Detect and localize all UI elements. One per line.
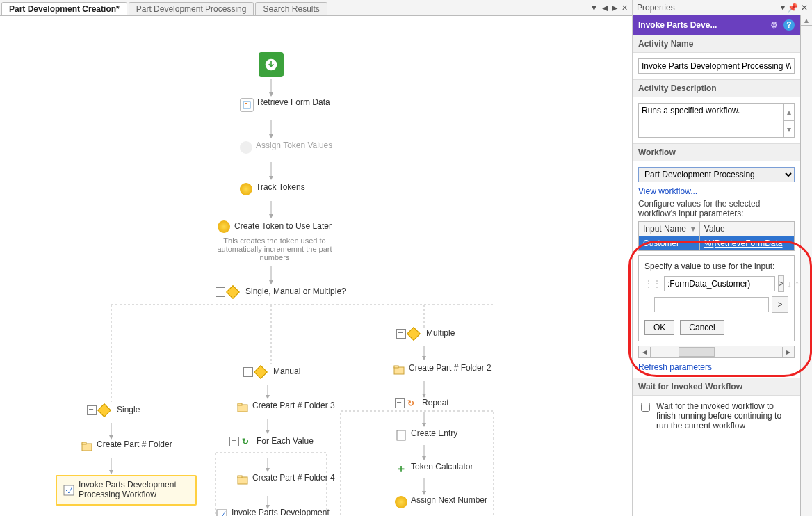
- scroll-right-icon[interactable]: ▸: [782, 347, 794, 357]
- node-assign-token[interactable]: Assign Token Values: [256, 141, 332, 151]
- node-multiple[interactable]: Multiple: [426, 329, 455, 339]
- node-create-token-desc: This creates the token used to automatic…: [216, 236, 334, 261]
- node-retrieve-form[interactable]: Retrieve Form Data: [257, 98, 330, 108]
- params-h-scrollbar[interactable]: ◂ ▸: [638, 346, 795, 358]
- node-for-each[interactable]: For Each Value: [257, 437, 314, 446]
- node-track-tokens[interactable]: Track Tokens: [256, 183, 305, 193]
- track-tokens-icon: [240, 183, 252, 195]
- invoke-icon-2: [216, 508, 228, 516]
- tab-menu-icon[interactable]: ▼: [590, 3, 598, 12]
- assign-next-icon: [395, 496, 407, 508]
- workflow-header: Workflow: [633, 144, 800, 161]
- decision-badges: [216, 287, 238, 297]
- grip-icon[interactable]: ⋮⋮: [644, 279, 661, 289]
- scroll-thumb[interactable]: [679, 347, 715, 357]
- workflow-select[interactable]: Part Development Processing: [638, 167, 795, 182]
- activity-desc-input[interactable]: Runs a specified workflow.: [638, 103, 784, 138]
- node-create-token[interactable]: Create Token to Use Later: [234, 222, 332, 232]
- panel-close-icon[interactable]: ✕: [801, 3, 808, 13]
- scroll-left-icon[interactable]: ◂: [639, 347, 651, 357]
- start-icon[interactable]: [259, 52, 284, 77]
- arrow-up-icon: ↑: [795, 278, 799, 289]
- foreach-icon: ↻: [242, 437, 249, 446]
- plus-icon: ＋: [395, 462, 407, 475]
- value-editor-popup: Specify a value to use for the input: ⋮⋮…: [638, 255, 795, 341]
- view-workflow-link[interactable]: View workflow...: [638, 186, 697, 196]
- desc-scroll-down-icon[interactable]: ▾: [784, 121, 795, 138]
- svg-rect-24: [245, 103, 247, 104]
- svg-rect-26: [394, 366, 398, 368]
- node-create-part-folder[interactable]: Create Part # Folder: [97, 440, 172, 450]
- properties-panel: Properties ▾ 📌 ✕ Invoke Parts Deve... ⚙ …: [633, 0, 812, 516]
- folder-icon-4: [236, 474, 249, 486]
- activity-name-header: Activity Name: [633, 35, 800, 53]
- input-value-2[interactable]: [654, 297, 769, 312]
- form-icon: [240, 98, 254, 112]
- input-params-table: Input Name▾ Value Customer %(RetrieveFor…: [638, 221, 795, 251]
- param-row-customer[interactable]: Customer %(RetrieveFormData: [639, 236, 795, 251]
- tab-close-icon[interactable]: ✕: [622, 3, 628, 13]
- folder-icon-1: [81, 440, 93, 453]
- refresh-params-link[interactable]: Refresh parameters: [638, 362, 712, 372]
- node-single[interactable]: Single: [117, 405, 140, 415]
- tab-bar: Part Development Creation* Part Developm…: [0, 0, 632, 16]
- insert-token-button-1[interactable]: >: [778, 275, 784, 292]
- arrow-down-icon: ↓: [787, 278, 792, 289]
- svg-rect-32: [217, 510, 227, 516]
- tab-search-results[interactable]: Search Results: [255, 2, 327, 15]
- svg-rect-29: [238, 403, 242, 405]
- node-create-entry[interactable]: Create Entry: [411, 429, 457, 439]
- properties-title: Properties: [637, 3, 675, 13]
- wait-checkbox[interactable]: [641, 403, 650, 412]
- node-invoke[interactable]: Invoke Parts Development Processing Work…: [79, 481, 190, 500]
- create-token-icon: [218, 220, 230, 233]
- input-value-1[interactable]: [664, 276, 775, 291]
- cancel-button[interactable]: Cancel: [680, 320, 724, 335]
- activity-name-input[interactable]: [638, 58, 795, 74]
- repeat-icon: ↻: [407, 398, 414, 408]
- panel-menu-icon[interactable]: ▾: [781, 3, 785, 13]
- collapse-icon[interactable]: [395, 398, 405, 408]
- svg-rect-31: [238, 476, 242, 478]
- panel-pin-icon[interactable]: 📌: [788, 3, 798, 13]
- properties-v-scrollbar[interactable]: ▴: [800, 15, 812, 516]
- ok-button[interactable]: OK: [644, 320, 674, 335]
- multiple-badges: [396, 329, 419, 339]
- col-value[interactable]: Value: [699, 222, 794, 236]
- svg-rect-23: [243, 102, 250, 108]
- desc-scroll-up-icon[interactable]: ▴: [784, 103, 795, 121]
- col-input-name[interactable]: Input Name▾: [639, 222, 700, 236]
- insert-token-button-2[interactable]: >: [772, 296, 788, 313]
- activity-desc-header: Activity Description: [633, 80, 800, 97]
- folder-icon: [393, 364, 405, 376]
- tab-part-dev-creation[interactable]: Part Development Creation*: [1, 2, 127, 15]
- tab-prev-icon[interactable]: ◀: [602, 3, 608, 13]
- manual-badges: [243, 367, 266, 377]
- folder-icon-3: [236, 401, 249, 414]
- tab-next-icon[interactable]: ▶: [612, 3, 617, 13]
- node-invoke-2[interactable]: Invoke Parts Development Processing Work…: [232, 508, 343, 516]
- single-badges: [87, 405, 109, 415]
- tab-part-dev-processing[interactable]: Part Development Processing: [129, 2, 254, 15]
- activity-title: Invoke Parts Deve...: [638, 20, 717, 30]
- node-create-part-folder4[interactable]: Create Part # Folder 4: [252, 474, 335, 483]
- invoke-icon: [63, 484, 75, 497]
- collapse-icon-2[interactable]: [229, 437, 239, 446]
- config-note: Configure values for the selected workfl…: [638, 199, 795, 218]
- node-repeat[interactable]: Repeat: [422, 398, 449, 408]
- help-icon[interactable]: ?: [783, 19, 795, 31]
- popup-label: Specify a value to use for the input:: [644, 261, 788, 271]
- svg-rect-34: [82, 442, 86, 444]
- entry-icon: [395, 429, 407, 442]
- node-create-part-folder3[interactable]: Create Part # Folder 3: [252, 401, 335, 411]
- node-create-part-folder2[interactable]: Create Part # Folder 2: [409, 364, 492, 373]
- workflow-canvas[interactable]: Retrieve Form Data Assign Token Values T…: [0, 16, 632, 516]
- wait-label: Wait for the invoked workflow to finish …: [656, 401, 795, 430]
- svg-rect-27: [397, 430, 405, 440]
- assign-token-icon: [240, 141, 252, 154]
- node-token-calc[interactable]: Token Calculator: [411, 462, 473, 472]
- node-decision[interactable]: Single, Manual or Multiple?: [245, 287, 346, 297]
- gear-icon[interactable]: ⚙: [768, 19, 779, 31]
- node-assign-next[interactable]: Assign Next Number: [411, 496, 487, 506]
- node-manual[interactable]: Manual: [273, 367, 300, 377]
